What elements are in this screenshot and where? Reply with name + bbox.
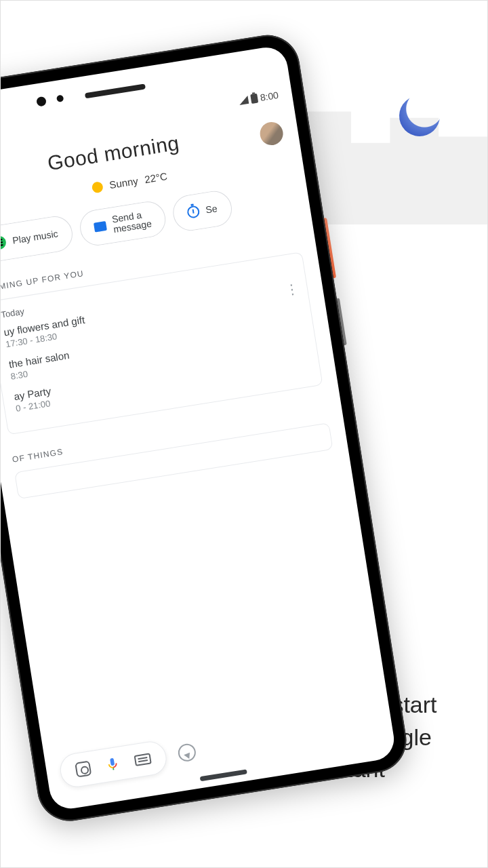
weather-condition: Sunny	[108, 175, 139, 191]
chip-label: Play music	[12, 229, 58, 246]
more-icon[interactable]: ⋮	[285, 285, 299, 292]
chip-send-message[interactable]: Send a message	[77, 199, 168, 248]
keyboard-icon[interactable]	[134, 753, 152, 766]
signal-icon	[238, 96, 249, 105]
battery-icon	[250, 94, 258, 104]
home-indicator[interactable]	[200, 769, 247, 781]
chip-set-timer[interactable]: Se	[170, 189, 234, 233]
lens-icon[interactable]	[75, 761, 92, 778]
weather-temp: 22°C	[144, 170, 168, 185]
spotify-icon	[0, 235, 7, 251]
status-time: 8:00	[260, 90, 279, 103]
explore-icon[interactable]	[177, 743, 197, 763]
chip-label: Se	[205, 203, 218, 215]
input-pill[interactable]	[58, 739, 169, 789]
timer-icon	[186, 205, 201, 220]
message-icon	[94, 221, 107, 233]
mic-icon[interactable]	[104, 756, 121, 773]
avatar[interactable]	[258, 121, 285, 147]
chip-play-music[interactable]: Play music	[0, 214, 75, 264]
sun-icon	[92, 181, 104, 193]
